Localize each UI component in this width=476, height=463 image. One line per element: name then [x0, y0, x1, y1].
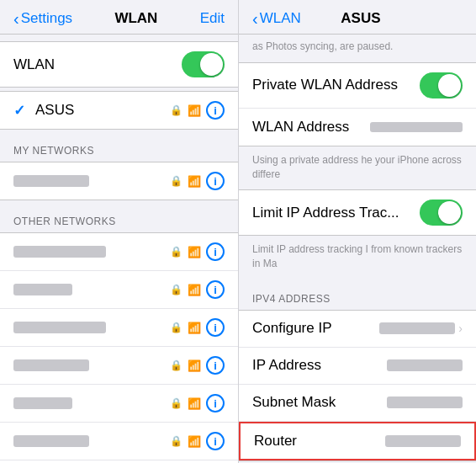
asus-row-left: ✓ ASUS — [13, 102, 170, 120]
right-scroll-content: as Photos syncing, are paused. Private W… — [239, 35, 476, 463]
asus-info-button[interactable]: i — [206, 101, 225, 120]
other-net-6-right: 🔒 📶 i — [170, 432, 225, 450]
left-header-title: WLAN — [114, 10, 157, 27]
my-network-name-1 — [13, 175, 89, 187]
my-networks-section-label: MY NETWORKS — [0, 131, 238, 162]
wifi-icon-5: 📶 — [188, 397, 201, 410]
other-net-3-name — [13, 322, 106, 333]
info-btn-2[interactable]: i — [206, 280, 225, 299]
lock-icon-1: 🔒 — [170, 246, 182, 258]
other-net-3-left — [13, 322, 170, 333]
other-net-5-right: 🔒 📶 i — [170, 394, 225, 412]
private-wlan-label: Private WLAN Address — [252, 77, 420, 93]
other-network-row-4[interactable]: 🔒 📶 i — [0, 347, 238, 385]
wlan-row: WLAN — [0, 42, 238, 87]
my-network-wifi-icon: 📶 — [188, 175, 201, 188]
wlan-toggle[interactable] — [182, 51, 225, 77]
info-btn-6[interactable]: i — [206, 432, 225, 450]
other-net-5-left — [13, 397, 170, 409]
my-network-lock-icon: 🔒 — [170, 175, 182, 187]
left-panel: ‹ Settings WLAN Edit WLAN ✓ ASUS — [0, 0, 238, 463]
wifi-icon-2: 📶 — [188, 284, 201, 296]
router-label: Router — [254, 433, 385, 450]
back-to-wlan-button[interactable]: ‹ WLAN — [252, 10, 301, 27]
private-wlan-card: Private WLAN Address WLAN Address — [239, 62, 476, 146]
wifi-icon-6: 📶 — [188, 435, 201, 448]
other-net-6-name — [13, 435, 89, 447]
info-btn-4[interactable]: i — [206, 356, 225, 375]
top-partial-text: as Photos syncing, are paused. — [239, 35, 476, 62]
my-network-info-button[interactable]: i — [206, 172, 225, 190]
info-btn-5[interactable]: i — [206, 394, 225, 412]
info-btn-1[interactable]: i — [206, 242, 225, 261]
lock-icon-4: 🔒 — [170, 359, 182, 371]
asus-network-row[interactable]: ✓ ASUS 🔒 📶 i — [0, 92, 238, 129]
configure-ip-blurred — [379, 322, 455, 334]
chevron-right-icon-1: › — [458, 322, 463, 335]
other-net-6-left — [13, 435, 170, 447]
other-net-1-left — [13, 246, 170, 258]
info-btn-3[interactable]: i — [206, 318, 225, 337]
right-panel: ‹ WLAN ASUS as Photos syncing, are pause… — [238, 0, 476, 463]
other-net-1-right: 🔒 📶 i — [170, 242, 225, 261]
wlan-label: WLAN — [13, 56, 55, 73]
wlan-address-row: WLAN Address — [239, 109, 476, 146]
my-network-left — [13, 175, 170, 187]
asus-row-right: 🔒 📶 i — [170, 101, 225, 120]
other-network-row-5[interactable]: 🔒 📶 i — [0, 385, 238, 423]
lock-icon-3: 🔒 — [170, 322, 182, 333]
other-networks-card: 🔒 📶 i 🔒 📶 i 🔒 📶 i — [0, 232, 238, 463]
right-header-title: ASUS — [341, 10, 380, 27]
right-chevron-left-icon: ‹ — [252, 10, 258, 27]
my-networks-card: 🔒 📶 i — [0, 162, 238, 200]
asus-network-label: ASUS — [35, 102, 74, 119]
chevron-left-icon: ‹ — [13, 10, 19, 27]
subnet-mask-value — [387, 396, 463, 408]
other-net-4-name — [13, 359, 89, 371]
my-network-row-1[interactable]: 🔒 📶 i — [0, 162, 238, 200]
wlan-section: WLAN — [0, 41, 238, 89]
wlan-toggle-group — [182, 51, 225, 77]
lock-icon: 🔒 — [170, 104, 182, 116]
ip-address-row: IP Address — [239, 348, 476, 385]
limit-ip-toggle[interactable] — [420, 200, 463, 226]
wlan-address-value — [370, 122, 463, 132]
other-net-2-left — [13, 284, 170, 295]
configure-ip-row[interactable]: Configure IP › — [239, 311, 476, 348]
wifi-icon: 📶 — [188, 104, 201, 117]
other-network-row-1[interactable]: 🔒 📶 i — [0, 233, 238, 271]
ip-address-label: IP Address — [252, 357, 387, 374]
ipv4-section-label: IPV4 ADDRESS — [239, 279, 476, 310]
other-net-3-right: 🔒 📶 i — [170, 318, 225, 337]
lock-icon-6: 🔒 — [170, 435, 182, 447]
other-net-4-left — [13, 359, 170, 371]
wifi-icon-3: 📶 — [188, 322, 201, 334]
configure-ip-label: Configure IP — [252, 320, 379, 337]
edit-button[interactable]: Edit — [200, 10, 225, 27]
right-back-label: WLAN — [260, 10, 301, 27]
lock-icon-2: 🔒 — [170, 284, 182, 295]
lock-icon-5: 🔒 — [170, 397, 182, 409]
back-to-settings-button[interactable]: ‹ Settings — [13, 10, 72, 27]
ip-address-value — [387, 359, 463, 371]
back-label: Settings — [21, 10, 72, 27]
other-network-row-6[interactable]: 🔒 📶 i — [0, 423, 238, 460]
configure-ip-value: › — [379, 322, 463, 335]
limit-ip-sub-text: Limit IP address tracking I from known t… — [239, 237, 476, 279]
router-row: Router — [239, 422, 476, 460]
other-net-5-name — [13, 397, 72, 409]
other-net-4-right: 🔒 📶 i — [170, 356, 225, 375]
other-net-2-name — [13, 284, 72, 295]
limit-ip-card: Limit IP Address Trac... — [239, 189, 476, 236]
other-network-row-3[interactable]: 🔒 📶 i — [0, 309, 238, 347]
wlan-sub-text: Using a private address he your iPhone a… — [239, 148, 476, 190]
private-wlan-toggle[interactable] — [420, 72, 463, 98]
wlan-label-group: WLAN — [13, 56, 182, 73]
wifi-icon-4: 📶 — [188, 359, 201, 372]
connected-network-card: ✓ ASUS 🔒 📶 i — [0, 91, 238, 130]
other-network-row-2[interactable]: 🔒 📶 i — [0, 271, 238, 309]
limit-ip-label: Limit IP Address Trac... — [252, 205, 420, 221]
limit-ip-row: Limit IP Address Trac... — [239, 190, 476, 235]
other-net-1-name — [13, 246, 106, 258]
wlan-address-label: WLAN Address — [252, 119, 370, 136]
